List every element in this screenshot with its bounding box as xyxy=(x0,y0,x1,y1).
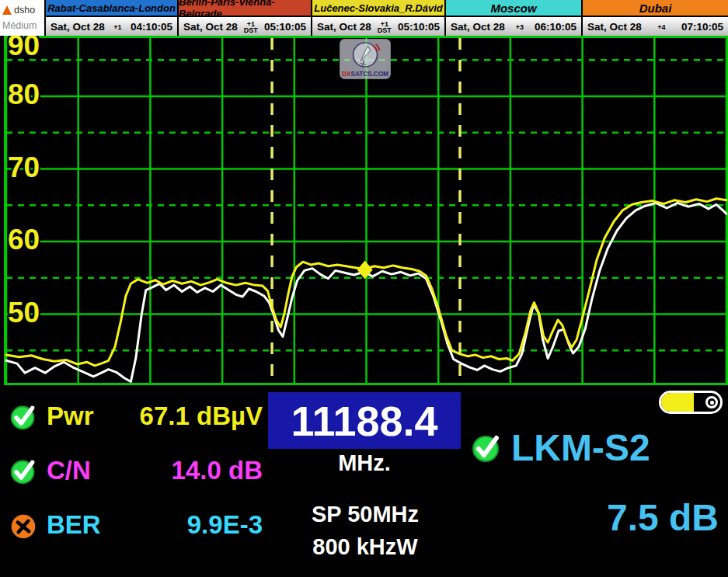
frequency-unit: MHz. xyxy=(268,450,461,476)
clock-utc-offset: +4 xyxy=(654,24,668,30)
ber-value: 9.9E-3 xyxy=(101,509,263,541)
clock-time: 04:10:05 xyxy=(131,21,172,33)
clock-utc-offset: +1DST xyxy=(244,21,258,33)
frequency-value: 11188.4 xyxy=(291,397,437,445)
clock-date: Sat, Oct 28 xyxy=(587,21,642,33)
cn-value: 14.0 dB xyxy=(101,455,263,486)
svg-text:DXSATCS.COM: DXSATCS.COM xyxy=(342,71,388,78)
cn-ok-check-icon xyxy=(9,457,37,485)
ber-fail-x-icon xyxy=(9,513,37,541)
clock-city-label: Moscow xyxy=(446,0,581,17)
battery-icon xyxy=(659,391,723,414)
clock-date: Sat, Oct 28 xyxy=(51,21,105,33)
y-axis-tick: 50 xyxy=(8,298,40,328)
spectrum-canvas xyxy=(0,36,728,388)
y-axis-tick: 90 xyxy=(8,36,40,61)
pwr-label: Pwr xyxy=(47,401,94,432)
clock-datetime: Sat, Oct 28 +1 04:10:05 xyxy=(46,17,177,36)
clock-rabat[interactable]: Rabat-Casablanca-London Sat, Oct 28 +1 0… xyxy=(44,0,177,36)
y-axis-tick: 70 xyxy=(8,153,40,182)
clock-utc-offset: +1DST xyxy=(378,21,392,33)
lock-ok-check-icon xyxy=(471,433,502,464)
clock-date: Sat, Oct 28 xyxy=(183,21,238,33)
clock-date: Sat, Oct 28 xyxy=(317,21,371,33)
pwr-value: 67.1 dBµV xyxy=(101,401,263,432)
vlc-menu-media[interactable]: Médium xyxy=(2,18,44,34)
clock-datetime: Sat, Oct 28 +4 07:10:05 xyxy=(583,17,728,36)
spectrum-plot: 9080706050 DXSATCS.COM xyxy=(0,36,728,388)
spectrum-analyzer-screen: dsho Médium Rabat-Casablanca-London Sat,… xyxy=(0,0,728,577)
clock-city-label: Berlin-Paris-Vienna-Belgrade xyxy=(179,0,311,17)
clock-time: 05:10:05 xyxy=(398,21,440,33)
clock-city-label: Lučenec-Slovakia_R.Dávid xyxy=(312,0,444,17)
span-setting: SP 50MHz xyxy=(264,502,466,526)
clock-time: 07:10:05 xyxy=(681,21,723,33)
clock-date: Sat, Oct 28 xyxy=(451,21,505,33)
clock-time: 06:10:05 xyxy=(535,21,576,33)
clock-utc-offset: +1 xyxy=(110,24,124,30)
world-clock-bar: dsho Médium Rabat-Casablanca-London Sat,… xyxy=(0,0,728,36)
clock-datetime: Sat, Oct 28 +3 06:10:05 xyxy=(446,17,581,36)
clock-datetime: Sat, Oct 28 +1DST 05:10:05 xyxy=(312,17,444,36)
vlc-cone-icon xyxy=(2,5,12,15)
readout-panel: Pwr 67.1 dBµV C/N 14.0 dB BER 9.9E-3 111… xyxy=(0,388,728,577)
y-axis-tick: 60 xyxy=(8,225,40,255)
pwr-ok-check-icon xyxy=(9,403,37,431)
clock-moscow[interactable]: Moscow Sat, Oct 28 +3 06:10:05 xyxy=(444,0,581,36)
clock-utc-offset: +3 xyxy=(513,24,527,30)
clock-berlin[interactable]: Berlin-Paris-Vienna-Belgrade Sat, Oct 28… xyxy=(177,0,311,36)
clock-time: 05:10:05 xyxy=(264,21,306,33)
cn-label: C/N xyxy=(47,455,91,486)
clock-city-label: Rabat-Casablanca-London xyxy=(46,0,177,17)
standard-label: LKM-S2 xyxy=(511,431,650,465)
vlc-title-text: dsho xyxy=(14,5,35,16)
link-margin-value: 7.5 dB xyxy=(505,501,719,535)
vlc-window-corner: dsho Médium xyxy=(0,0,44,36)
rbw-setting: 800 kHzW xyxy=(264,535,466,558)
clock-city-label: Dubai xyxy=(583,0,728,17)
clock-dubai[interactable]: Dubai Sat, Oct 28 +4 07:10:05 xyxy=(581,0,728,36)
clock-datetime: Sat, Oct 28 +1DST 05:10:05 xyxy=(179,17,311,36)
y-axis-tick: 80 xyxy=(8,80,40,109)
frequency-display: 11188.4 xyxy=(268,392,461,449)
dxsatcs-logo: DXSATCS.COM xyxy=(340,39,391,79)
clock-lucenec[interactable]: Lučenec-Slovakia_R.Dávid Sat, Oct 28 +1D… xyxy=(311,0,444,36)
ber-label: BER xyxy=(47,509,101,541)
